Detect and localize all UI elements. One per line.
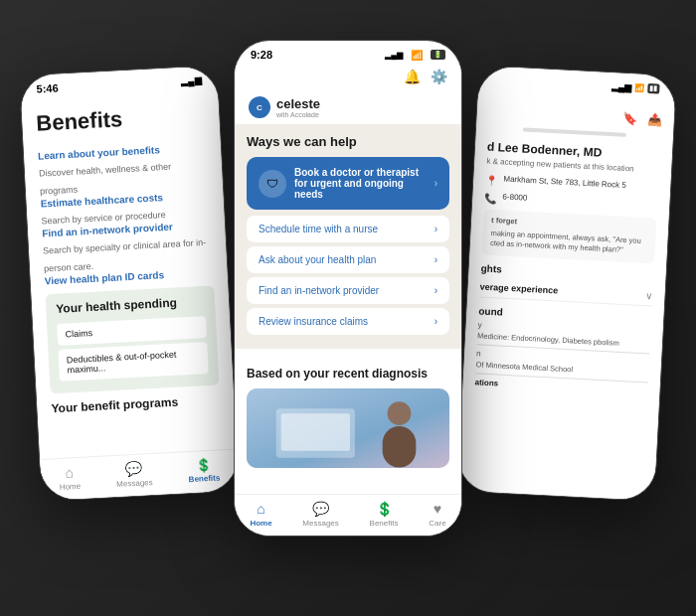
signal-icon-right: ▂▄▆: [611, 81, 632, 92]
left-time: 5:46: [36, 81, 59, 94]
spending-section: Your health spending Claims Deductibles …: [45, 286, 219, 394]
nav-benefits-center-label: Benefits: [370, 519, 399, 528]
left-bottom-nav: ⌂ Home 💬 Messages 💲 Benefits: [40, 449, 239, 501]
nav-benefits-label: Benefits: [189, 473, 221, 484]
chevron-nurse-icon: ›: [435, 224, 437, 234]
diagnosis-image: [247, 388, 449, 468]
ask-health-plan-label: Ask about your health plan: [259, 254, 376, 265]
center-bottom-nav: ⌂ Home 💬 Messages 💲 Benefits ♥ Care: [235, 494, 461, 536]
celeste-logo: C: [249, 96, 270, 118]
find-provider-label: Find an in-network provider: [259, 285, 379, 296]
svg-point-1: [388, 401, 412, 425]
home-icon: ⌂: [65, 464, 74, 480]
coverage-row[interactable]: verage experience ∨: [479, 277, 653, 306]
messages-icon: 💬: [125, 461, 143, 478]
shield-icon: 🛡: [259, 170, 286, 198]
background-section: ound y Medicine: Endocrinology, Diabetes…: [474, 305, 651, 395]
bookmark-icon[interactable]: 🔖: [621, 111, 637, 126]
benefits-icon-center: 💲: [376, 501, 393, 517]
doctor-phone: 6-8000: [502, 193, 527, 203]
spending-deductibles[interactable]: Deductibles & out-of-pocket maximu...: [58, 342, 208, 382]
location-icon: 📍: [485, 175, 498, 187]
right-content: 🔖 📤 d Lee Bodenner, MD k & accepting new…: [456, 89, 675, 502]
messages-icon-center: 💬: [312, 501, 329, 517]
doctor-address: Markham St, Ste 783, Little Rock 5: [503, 175, 626, 190]
chevron-coverage-icon: ∨: [645, 290, 653, 301]
left-status-icons: ▂▄▆: [181, 76, 202, 86]
chevron-provider-icon: ›: [435, 285, 437, 296]
nav-messages-left[interactable]: 💬 Messages: [115, 460, 153, 489]
way-featured-text: Book a doctor or therapist for urgent an…: [294, 167, 427, 200]
spending-claims[interactable]: Claims: [57, 316, 207, 346]
way-review-claims[interactable]: Review insurance claims ›: [247, 308, 449, 335]
nav-home-center[interactable]: ⌂ Home: [250, 501, 271, 528]
celeste-header: C celeste with Accolade: [235, 88, 461, 124]
phone-row: 📞 6-8000: [484, 192, 657, 213]
way-ask-health-plan[interactable]: Ask about your health plan ›: [247, 246, 449, 273]
left-phone: 5:46 ▂▄▆ Benefits Learn about your benef…: [19, 65, 240, 502]
way-find-provider[interactable]: Find an in-network provider ›: [247, 277, 449, 304]
benefits-title: Benefits: [36, 102, 206, 137]
diagnosis-title: Based on your recent diagnosis: [247, 367, 449, 381]
svg-rect-4: [281, 413, 350, 451]
diagnosis-section: Based on your recent diagnosis: [235, 357, 461, 478]
insights-section: ghts verage experience ∨: [479, 262, 654, 306]
nav-messages-center[interactable]: 💬 Messages: [302, 501, 338, 528]
ways-section: Ways we can help 🛡 Book a doctor or ther…: [235, 124, 461, 349]
left-content: Benefits Learn about your benefits Disco…: [21, 89, 240, 502]
battery-icon-right: ▮▮: [647, 83, 660, 94]
center-top-icons: ▂▄▆ 📶 🔋: [385, 50, 445, 61]
spending-title: Your health spending: [56, 294, 206, 316]
celeste-logo-letter: C: [257, 103, 262, 112]
coverage-label: verage experience: [479, 281, 558, 295]
ways-title: Ways we can help: [247, 134, 449, 149]
settings-icon[interactable]: ⚙️: [431, 69, 447, 84]
link-learn-benefits[interactable]: Learn about your benefits: [38, 142, 207, 162]
nav-benefits-left[interactable]: 💲 Benefits: [188, 457, 221, 486]
home-icon-center: ⌂: [257, 501, 264, 517]
care-icon-center: ♥: [434, 501, 441, 517]
wifi-icon: 📶: [411, 50, 423, 61]
signal-icon: ▂▄▆: [181, 76, 202, 86]
celeste-name-group: celeste with Accolade: [276, 96, 320, 118]
signal-icon-center: ▂▄▆: [385, 51, 403, 60]
center-action-icons: 🔔 ⚙️: [235, 65, 461, 88]
nav-messages-center-label: Messages: [302, 519, 338, 528]
way-schedule-nurse[interactable]: Schedule time with a nurse ›: [247, 216, 449, 242]
share-icon[interactable]: 📤: [646, 112, 662, 127]
battery-icon: 🔋: [431, 50, 445, 60]
programs-title: Your benefit programs: [51, 392, 220, 415]
nav-messages-label: Messages: [116, 478, 153, 489]
nav-home-left[interactable]: ⌂ Home: [59, 464, 82, 492]
chevron-right-icon: ›: [435, 178, 437, 189]
programs-section: Your benefit programs: [51, 392, 220, 415]
nav-home-label: Home: [60, 482, 82, 492]
schedule-nurse-label: Schedule time with a nurse: [259, 224, 378, 234]
chevron-claims-icon: ›: [435, 316, 437, 327]
right-status-icons: ▂▄▆ 📶 ▮▮: [611, 81, 660, 94]
address-row: 📍 Markham St, Ste 783, Little Rock 5: [485, 174, 658, 195]
forget-box: t forget making an appointment, always a…: [481, 210, 656, 264]
nav-home-center-label: Home: [250, 519, 271, 528]
center-time: 9:28: [251, 49, 272, 61]
phone-icon: 📞: [484, 193, 497, 205]
chevron-health-plan-icon: ›: [435, 254, 437, 265]
way-featured-item[interactable]: 🛡 Book a doctor or therapist for urgent …: [247, 157, 449, 210]
center-status-bar: 9:28 ▂▄▆ 📶 🔋: [235, 41, 461, 65]
review-claims-label: Review insurance claims: [259, 316, 368, 327]
svg-rect-2: [383, 426, 417, 468]
benefits-icon: 💲: [195, 457, 212, 473]
desc-learn-benefits: Discover health, wellness & other progra…: [39, 162, 171, 197]
nav-benefits-center[interactable]: 💲 Benefits: [370, 501, 399, 528]
celeste-app-name: celeste: [276, 96, 320, 111]
nav-care-center[interactable]: ♥ Care: [429, 501, 445, 528]
right-phone: 9:28 ▂▄▆ 📶 ▮▮ 🔖 📤 d Lee Bodenner, MD k &…: [456, 65, 677, 502]
center-phone: 9:28 ▂▄▆ 📶 🔋 🔔 ⚙️ C celeste with Accolad…: [234, 40, 462, 537]
notification-icon[interactable]: 🔔: [404, 69, 421, 84]
nav-care-center-label: Care: [429, 519, 445, 528]
celeste-app-sub: with Accolade: [276, 111, 320, 118]
wifi-icon-right: 📶: [634, 83, 644, 93]
